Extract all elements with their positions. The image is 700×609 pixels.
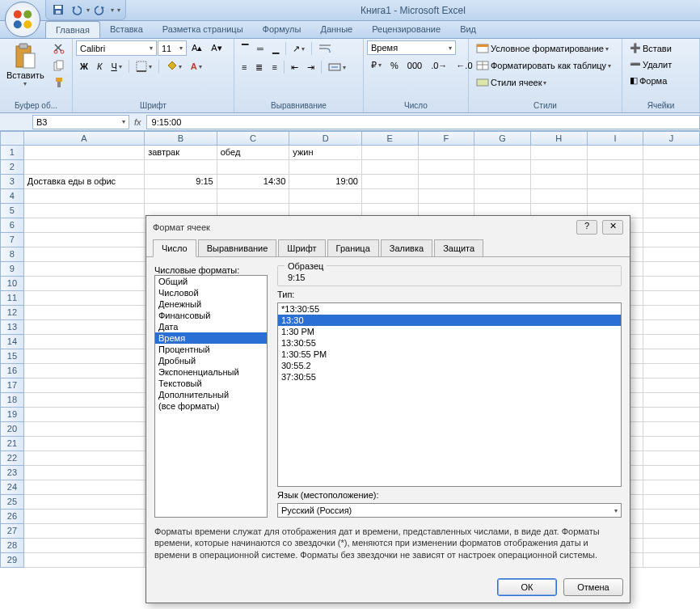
- paste-button[interactable]: Вставить ▾: [3, 40, 48, 90]
- cell[interactable]: [24, 262, 145, 277]
- row-header[interactable]: 4: [0, 189, 24, 204]
- dialog-tab-1[interactable]: Выравнивание: [198, 239, 277, 257]
- cell[interactable]: [24, 393, 145, 408]
- format-painter-button[interactable]: [49, 74, 69, 91]
- cell[interactable]: [643, 379, 700, 393]
- type-item[interactable]: 30:55.2: [278, 360, 621, 371]
- cell[interactable]: [289, 160, 362, 175]
- cell[interactable]: [474, 160, 531, 175]
- comma-button[interactable]: 000: [403, 57, 426, 73]
- cell[interactable]: [643, 539, 700, 553]
- ribbon-tab-5[interactable]: Рецензирование: [362, 21, 450, 38]
- category-item[interactable]: Числовой: [155, 287, 267, 298]
- column-header[interactable]: A: [24, 131, 145, 146]
- cell[interactable]: [419, 175, 475, 189]
- cell[interactable]: [531, 146, 588, 160]
- close-button[interactable]: ✕: [602, 220, 623, 235]
- row-header[interactable]: 27: [0, 524, 24, 539]
- category-item[interactable]: Дата: [155, 321, 267, 332]
- column-header[interactable]: I: [588, 131, 644, 146]
- ribbon-tab-1[interactable]: Вставка: [100, 21, 153, 38]
- shrink-font-button[interactable]: A▾: [207, 40, 226, 56]
- row-header[interactable]: 11: [0, 291, 24, 306]
- orientation-button[interactable]: ↗▾: [289, 40, 309, 57]
- cell[interactable]: [145, 160, 217, 175]
- cell[interactable]: [643, 524, 700, 539]
- dialog-tab-5[interactable]: Защита: [434, 239, 483, 257]
- bold-button[interactable]: Ж: [76, 58, 92, 74]
- category-item[interactable]: Финансовый: [155, 310, 267, 321]
- fx-icon[interactable]: fx: [134, 117, 141, 127]
- increase-indent-button[interactable]: ⇥: [303, 59, 318, 75]
- cell[interactable]: [217, 189, 290, 204]
- cell[interactable]: [24, 539, 145, 553]
- row-header[interactable]: 26: [0, 510, 24, 524]
- fill-color-button[interactable]: ▾: [162, 58, 186, 74]
- cell[interactable]: [24, 510, 145, 524]
- format-cells-button[interactable]: ◧ Форма: [626, 73, 671, 88]
- cell[interactable]: [643, 291, 700, 306]
- cell[interactable]: [24, 408, 145, 422]
- column-header[interactable]: E: [362, 131, 419, 146]
- cell[interactable]: 19:00: [289, 175, 362, 189]
- cell[interactable]: [362, 175, 419, 189]
- cell[interactable]: [531, 189, 588, 204]
- align-left-button[interactable]: ≡: [238, 59, 251, 75]
- cell[interactable]: [643, 510, 700, 524]
- cell[interactable]: [24, 306, 145, 320]
- ok-button[interactable]: ОК: [497, 578, 557, 596]
- cell[interactable]: [24, 277, 145, 291]
- row-header[interactable]: 23: [0, 466, 24, 480]
- cell[interactable]: [419, 189, 475, 204]
- redo-icon[interactable]: [93, 2, 108, 17]
- wrap-text-button[interactable]: [314, 40, 335, 57]
- row-header[interactable]: 2: [0, 160, 24, 175]
- row-header[interactable]: 6: [0, 218, 24, 233]
- conditional-formatting-button[interactable]: Условное форматирование ▾: [472, 40, 613, 57]
- border-button[interactable]: ▾: [132, 58, 156, 74]
- cell[interactable]: обед: [217, 146, 290, 160]
- category-item[interactable]: Экспоненциальный: [155, 366, 267, 378]
- cell[interactable]: [24, 524, 145, 539]
- column-header[interactable]: J: [643, 131, 700, 146]
- category-item[interactable]: Время: [155, 332, 267, 344]
- cell[interactable]: [643, 218, 700, 233]
- type-item[interactable]: 13:30:55: [278, 337, 621, 349]
- category-item[interactable]: Процентный: [155, 344, 267, 355]
- cell[interactable]: [643, 364, 700, 379]
- cell[interactable]: [531, 175, 588, 189]
- cell[interactable]: [643, 277, 700, 291]
- undo-dropdown-icon[interactable]: ▾: [86, 6, 90, 14]
- office-button[interactable]: [5, 2, 40, 37]
- delete-cells-button[interactable]: ➖ Удалит: [626, 57, 676, 72]
- cell[interactable]: [362, 189, 419, 204]
- type-item[interactable]: 13:30: [278, 315, 621, 326]
- cell[interactable]: [643, 349, 700, 364]
- cell[interactable]: [24, 451, 145, 466]
- cell[interactable]: Доставка еды в офис: [24, 175, 145, 189]
- column-header[interactable]: G: [474, 131, 531, 146]
- cut-button[interactable]: [49, 40, 69, 57]
- category-item[interactable]: Денежный: [155, 298, 267, 310]
- cell[interactable]: [643, 306, 700, 320]
- cell[interactable]: [289, 189, 362, 204]
- row-header[interactable]: 19: [0, 408, 24, 422]
- underline-button[interactable]: Ч▾: [107, 58, 125, 74]
- row-header[interactable]: 8: [0, 247, 24, 262]
- row-header[interactable]: 3: [0, 175, 24, 189]
- cell[interactable]: [588, 146, 644, 160]
- cell[interactable]: [24, 495, 145, 510]
- cell[interactable]: [24, 247, 145, 262]
- cell[interactable]: [643, 146, 700, 160]
- cell[interactable]: [24, 480, 145, 495]
- cell[interactable]: [643, 466, 700, 480]
- column-header[interactable]: H: [531, 131, 588, 146]
- cell[interactable]: [24, 379, 145, 393]
- decrease-indent-button[interactable]: ⇤: [287, 59, 302, 75]
- cell[interactable]: 9:15: [145, 175, 217, 189]
- category-item[interactable]: (все форматы): [155, 400, 267, 412]
- cell[interactable]: [474, 146, 531, 160]
- format-as-table-button[interactable]: Форматировать как таблицу ▾: [472, 57, 615, 74]
- row-header[interactable]: 25: [0, 495, 24, 510]
- cell[interactable]: [643, 160, 700, 175]
